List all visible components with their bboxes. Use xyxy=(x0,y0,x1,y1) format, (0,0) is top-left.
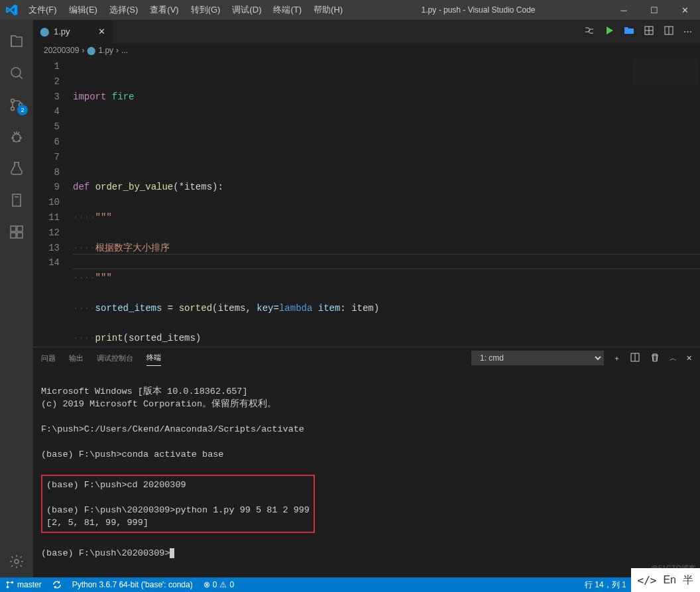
editor-actions: ⋯ xyxy=(584,20,700,43)
folder-icon[interactable] xyxy=(624,25,634,38)
svg-rect-6 xyxy=(11,226,16,231)
kill-terminal-icon[interactable] xyxy=(650,352,660,364)
close-panel-icon[interactable]: ✕ xyxy=(686,354,692,363)
explorer-icon[interactable] xyxy=(0,25,33,57)
svg-point-15 xyxy=(7,586,9,589)
debug-icon[interactable] xyxy=(0,121,33,152)
close-button[interactable]: ✕ xyxy=(670,0,700,20)
chevron-right-icon: › xyxy=(82,46,84,55)
scm-badge: 2 xyxy=(17,105,28,115)
python-file-icon: ⬤ xyxy=(40,27,50,36)
more-icon[interactable]: ⋯ xyxy=(683,27,692,36)
svg-point-2 xyxy=(11,107,15,111)
line-gutter: 1234567891011121314 xyxy=(33,58,73,347)
tab-label: 1.py xyxy=(54,27,70,36)
split-terminal-icon[interactable] xyxy=(630,352,640,364)
menu-debug[interactable]: 调试(D) xyxy=(227,1,266,19)
tab-file[interactable]: ⬤ 1.py ✕ xyxy=(33,20,113,43)
menu-view[interactable]: 查看(V) xyxy=(145,1,184,19)
status-lncol[interactable]: 行 14，列 1 xyxy=(579,577,632,592)
bookmark-icon[interactable] xyxy=(0,184,33,216)
split-icon[interactable] xyxy=(664,25,674,38)
ime-widget[interactable]: </> En 半 xyxy=(631,568,700,592)
menu-terminal[interactable]: 终端(T) xyxy=(268,1,307,19)
status-problems[interactable]: ⊗0 ⚠0 xyxy=(198,577,239,592)
code-content[interactable]: import fire def order_by_value(*items): … xyxy=(73,58,700,347)
breadcrumb-more[interactable]: ... xyxy=(121,46,128,55)
tab-output[interactable]: 输出 xyxy=(69,351,84,366)
breadcrumb[interactable]: 20200309 › ⬤ 1.py › ... xyxy=(33,43,700,58)
ime-lang[interactable]: En xyxy=(663,574,676,586)
python-file-icon: ⬤ xyxy=(87,46,95,55)
maximize-button[interactable]: ☐ xyxy=(639,0,670,20)
vscode-logo xyxy=(0,4,23,16)
tab-terminal[interactable]: 终端 xyxy=(146,350,161,366)
ime-half[interactable]: 半 xyxy=(683,573,693,587)
menu-file[interactable]: 文件(F) xyxy=(23,1,62,19)
settings-icon[interactable] xyxy=(0,546,33,577)
new-terminal-icon[interactable]: ＋ xyxy=(613,353,620,363)
breadcrumb-folder[interactable]: 20200309 xyxy=(44,46,79,55)
minimize-button[interactable]: ─ xyxy=(609,0,639,20)
terminal-cursor xyxy=(170,548,174,558)
terminal-selector[interactable]: 1: cmd xyxy=(471,351,604,365)
chevron-right-icon: › xyxy=(116,46,119,55)
source-control-icon[interactable]: 2 xyxy=(0,89,33,121)
svg-point-14 xyxy=(7,581,9,584)
status-sync[interactable] xyxy=(47,577,67,592)
status-bar: master Python 3.6.7 64-bit ('base': cond… xyxy=(0,577,700,592)
code-editor[interactable]: 1234567891011121314 import fire def orde… xyxy=(33,58,700,347)
compare-icon[interactable] xyxy=(584,25,595,38)
terminal-content[interactable]: Microsoft Windows [版本 10.0.18362.657] (c… xyxy=(33,369,700,577)
menu-selection[interactable]: 选择(S) xyxy=(104,1,143,19)
svg-point-10 xyxy=(15,560,19,563)
status-branch[interactable]: master xyxy=(0,577,47,592)
menu-go[interactable]: 转到(G) xyxy=(186,1,226,19)
breadcrumb-file[interactable]: 1.py xyxy=(98,46,113,55)
bottom-panel: 问题 输出 调试控制台 终端 1: cmd ＋ ︿ ✕ xyxy=(33,347,700,577)
titlebar: 文件(F) 编辑(E) 选择(S) 查看(V) 转到(G) 调试(D) 终端(T… xyxy=(0,0,700,20)
tab-close-icon[interactable]: ✕ xyxy=(98,27,105,36)
code-icon: </> xyxy=(638,574,657,587)
svg-rect-9 xyxy=(17,233,23,238)
grid-icon[interactable] xyxy=(644,25,654,38)
run-icon[interactable] xyxy=(604,25,614,38)
maximize-panel-icon[interactable]: ︿ xyxy=(670,353,677,363)
svg-rect-8 xyxy=(11,233,16,238)
minimap[interactable] xyxy=(632,59,699,86)
extensions-icon[interactable] xyxy=(0,216,33,248)
window-controls: ─ ☐ ✕ xyxy=(609,0,700,20)
test-icon[interactable] xyxy=(0,152,33,184)
window-title: 1.py - push - Visual Studio Code xyxy=(348,5,609,15)
svg-rect-5 xyxy=(13,194,21,206)
activity-bar: 2 xyxy=(0,20,33,577)
svg-point-0 xyxy=(11,68,21,77)
status-python[interactable]: Python 3.6.7 64-bit ('base': conda) xyxy=(67,577,198,592)
svg-point-1 xyxy=(11,99,15,103)
tab-problems[interactable]: 问题 xyxy=(41,351,56,366)
highlighted-terminal-block: (base) F:\push>cd 20200309 (base) F:\pus… xyxy=(41,475,315,533)
menu-bar: 文件(F) 编辑(E) 选择(S) 查看(V) 转到(G) 调试(D) 终端(T… xyxy=(23,1,348,19)
svg-rect-7 xyxy=(17,226,23,231)
search-icon[interactable] xyxy=(0,57,33,89)
menu-edit[interactable]: 编辑(E) xyxy=(64,1,103,19)
menu-help[interactable]: 帮助(H) xyxy=(308,1,348,19)
editor-tabs: ⬤ 1.py ✕ ⋯ xyxy=(33,20,700,43)
panel-tabs: 问题 输出 调试控制台 终端 1: cmd ＋ ︿ ✕ xyxy=(33,347,700,369)
tab-debug-console[interactable]: 调试控制台 xyxy=(97,351,133,366)
